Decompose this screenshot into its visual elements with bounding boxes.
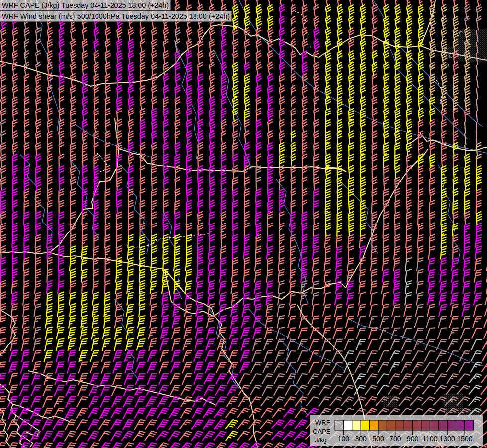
svg-text:WRF CAPE (J/kg) Tuesday 04-11-: WRF CAPE (J/kg) Tuesday 04-11-2025 18:00… — [2, 1, 169, 9]
svg-text:700: 700 — [390, 435, 401, 443]
svg-text:J/kg: J/kg — [315, 436, 327, 444]
svg-text:300: 300 — [355, 435, 367, 443]
svg-text:1300: 1300 — [440, 435, 455, 443]
svg-text:CAPE: CAPE — [313, 428, 331, 435]
svg-text:500: 500 — [372, 435, 384, 443]
svg-text:1100: 1100 — [422, 435, 437, 443]
svg-text:100: 100 — [338, 435, 350, 443]
svg-text:900: 900 — [407, 435, 419, 443]
svg-text:1500: 1500 — [457, 435, 472, 443]
svg-text:WRF: WRF — [315, 419, 330, 426]
svg-text:WRF Wind shear (m/s) 500/1000h: WRF Wind shear (m/s) 500/1000hPa Tuesday… — [2, 12, 230, 20]
